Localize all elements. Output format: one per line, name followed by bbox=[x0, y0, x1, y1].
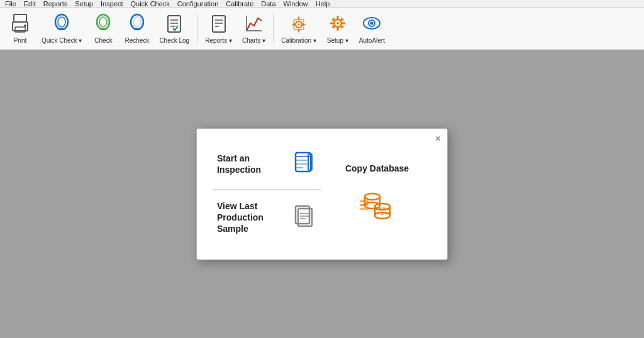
autoalert-icon bbox=[362, 13, 382, 36]
document-icon bbox=[289, 202, 317, 232]
toolbar-autoalert-label: AutoAlert bbox=[359, 37, 385, 44]
toolbar: Print Quick Check ▾ Check Recheck bbox=[0, 8, 644, 50]
toolbar-reports[interactable]: Reports ▾ bbox=[201, 11, 236, 46]
toolbar-print-label: Print bbox=[14, 37, 27, 44]
svg-rect-31 bbox=[342, 22, 345, 24]
toolbar-quickcheck[interactable]: Quick Check ▾ bbox=[38, 11, 86, 46]
charts-icon bbox=[244, 13, 264, 36]
menu-edit[interactable]: Edit bbox=[24, 0, 36, 8]
svg-point-45 bbox=[365, 194, 380, 200]
separator-1 bbox=[197, 13, 197, 43]
toolbar-check-label: Check bbox=[94, 37, 112, 44]
reports-icon bbox=[209, 13, 229, 36]
svg-rect-9 bbox=[100, 28, 106, 30]
svg-point-38 bbox=[370, 21, 374, 25]
recheck-icon bbox=[127, 13, 147, 36]
dialog-close-button[interactable]: × bbox=[435, 134, 441, 144]
view-last-production-button[interactable]: View Last Production Sample bbox=[212, 190, 322, 243]
toolbar-charts[interactable]: Charts ▾ bbox=[238, 11, 269, 46]
toolbar-checklog[interactable]: Check Log bbox=[155, 11, 193, 46]
toolbar-check[interactable]: Check bbox=[88, 11, 118, 46]
toolbar-setup-label: Setup ▾ bbox=[327, 37, 348, 44]
copy-database-label: Copy Database bbox=[345, 163, 409, 174]
toolbar-recheck-label: Recheck bbox=[125, 37, 149, 44]
start-inspection-label: Start an Inspection bbox=[217, 153, 282, 175]
copy-database-button[interactable]: Copy Database bbox=[322, 141, 432, 243]
start-inspection-button[interactable]: Start an Inspection bbox=[212, 141, 322, 190]
svg-rect-17 bbox=[213, 16, 225, 32]
book-icon bbox=[289, 149, 317, 179]
menu-help[interactable]: Help bbox=[316, 0, 330, 8]
database-icon bbox=[358, 188, 396, 228]
toolbar-calibration[interactable]: Calibration ▾ bbox=[277, 11, 320, 46]
menu-data[interactable]: Data bbox=[261, 0, 275, 8]
toolbar-checklog-label: Check Log bbox=[159, 37, 189, 44]
calibration-icon bbox=[289, 13, 309, 36]
dialog-content: Start an Inspection Copy D bbox=[212, 141, 432, 243]
menu-window[interactable]: Window bbox=[284, 0, 308, 8]
menu-configuration[interactable]: Configuration bbox=[177, 0, 218, 8]
checklog-icon bbox=[164, 13, 184, 36]
svg-rect-29 bbox=[336, 28, 338, 31]
svg-point-3 bbox=[24, 25, 26, 27]
toolbar-quickcheck-label: Quick Check ▾ bbox=[42, 37, 82, 44]
svg-point-55 bbox=[375, 212, 390, 219]
menu-bar: File Edit Reports Setup Inspect Quick Ch… bbox=[0, 0, 644, 8]
menu-calibrate[interactable]: Calibrate bbox=[226, 0, 253, 8]
menu-file[interactable]: File bbox=[5, 0, 16, 8]
quickcheck-icon bbox=[52, 13, 72, 36]
svg-rect-0 bbox=[14, 14, 26, 22]
toolbar-autoalert[interactable]: AutoAlert bbox=[355, 11, 389, 46]
menu-inspect[interactable]: Inspect bbox=[101, 0, 123, 8]
toolbar-recheck[interactable]: Recheck bbox=[121, 11, 153, 46]
toolbar-setup[interactable]: Setup ▾ bbox=[323, 11, 353, 46]
toolbar-calibration-label: Calibration ▾ bbox=[281, 37, 316, 44]
separator-2 bbox=[273, 13, 274, 43]
toolbar-charts-label: Charts ▾ bbox=[242, 37, 265, 44]
svg-point-5 bbox=[58, 17, 65, 27]
svg-rect-30 bbox=[330, 22, 333, 24]
toolbar-reports-label: Reports ▾ bbox=[205, 37, 232, 44]
menu-setup[interactable]: Setup bbox=[75, 0, 93, 8]
setup-icon bbox=[328, 13, 348, 36]
toolbar-print[interactable]: Print bbox=[5, 11, 35, 46]
main-area: × Start an Inspection bbox=[0, 50, 644, 338]
print-icon bbox=[10, 13, 30, 36]
dialog: × Start an Inspection bbox=[196, 128, 448, 260]
svg-point-27 bbox=[336, 22, 339, 25]
svg-point-11 bbox=[133, 17, 141, 27]
menu-quickcheck[interactable]: Quick Check bbox=[130, 0, 169, 8]
svg-rect-50 bbox=[360, 204, 369, 206]
svg-rect-51 bbox=[360, 208, 369, 210]
svg-point-8 bbox=[99, 17, 107, 27]
svg-point-25 bbox=[298, 23, 300, 25]
view-last-production-label: View Last Production Sample bbox=[217, 200, 282, 235]
svg-rect-6 bbox=[58, 28, 65, 30]
svg-rect-49 bbox=[360, 200, 369, 202]
menu-reports[interactable]: Reports bbox=[43, 0, 68, 8]
check-icon bbox=[93, 13, 113, 36]
svg-rect-28 bbox=[336, 16, 338, 19]
svg-rect-12 bbox=[134, 28, 140, 30]
